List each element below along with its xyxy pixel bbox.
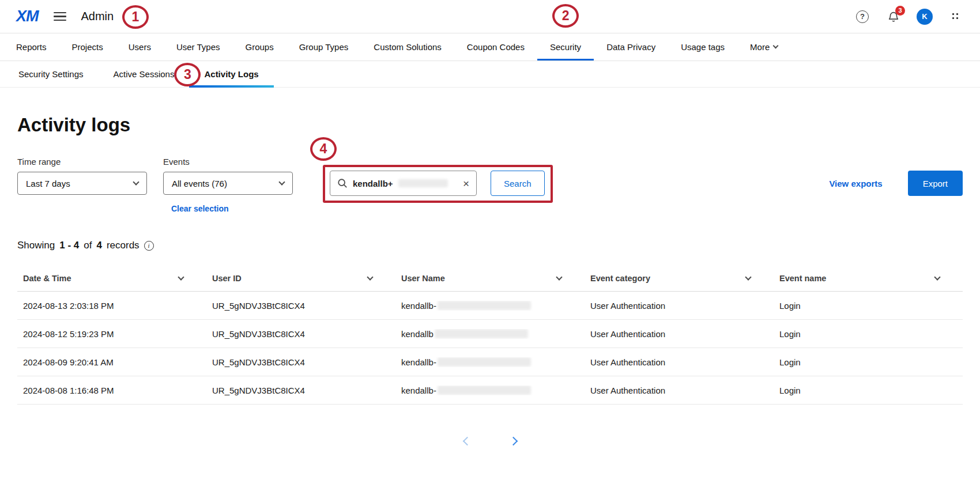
export-actions: View exports Export bbox=[829, 171, 963, 196]
user-name-cell: kendallb bbox=[395, 329, 585, 339]
table-row: 2024-08-09 9:20:41 AM UR_5gNDVJ3BtC8ICX4… bbox=[17, 348, 963, 376]
column-header-date-time: Date & Time bbox=[17, 274, 206, 283]
hamburger-menu-icon[interactable] bbox=[54, 12, 66, 21]
previous-page-button[interactable] bbox=[457, 431, 477, 451]
search-value: kendallb+ bbox=[353, 179, 393, 188]
column-menu-chevron-icon[interactable] bbox=[745, 274, 751, 280]
events-label: Events bbox=[163, 157, 293, 167]
time-range-select[interactable]: Last 7 days bbox=[17, 172, 147, 195]
column-menu-chevron-icon[interactable] bbox=[367, 274, 373, 280]
chevron-down-icon bbox=[773, 43, 779, 49]
page-title: Activity logs bbox=[17, 114, 963, 136]
redacted-text bbox=[438, 301, 531, 310]
annotation-step-2: 2 bbox=[552, 4, 579, 28]
nav-tab-user-types[interactable]: User Types bbox=[164, 33, 233, 61]
column-header-user-name: User Name bbox=[395, 274, 585, 283]
time-range-label: Time range bbox=[17, 157, 147, 167]
next-page-button[interactable] bbox=[503, 431, 523, 451]
chevron-down-icon bbox=[278, 179, 285, 185]
pagination bbox=[17, 431, 963, 474]
column-menu-chevron-icon[interactable] bbox=[178, 274, 184, 280]
topbar-actions: 3 K bbox=[854, 9, 964, 25]
search-icon bbox=[337, 178, 348, 188]
help-icon bbox=[856, 10, 869, 23]
events-select[interactable]: All events (76) bbox=[163, 172, 293, 195]
nav-tab-coupon-codes[interactable]: Coupon Codes bbox=[454, 33, 537, 61]
notifications-button[interactable]: 3 bbox=[885, 9, 902, 25]
subnav-tab-active-sessions[interactable]: Active Sessions 3 bbox=[99, 61, 190, 87]
table-row: 2024-08-13 2:03:18 PM UR_5gNDVJ3BtC8ICX4… bbox=[17, 292, 963, 320]
redacted-text bbox=[438, 386, 531, 395]
redacted-text bbox=[438, 357, 531, 367]
nav-tab-users[interactable]: Users bbox=[116, 33, 164, 61]
notification-badge: 3 bbox=[895, 6, 905, 16]
table-row: 2024-08-12 5:19:23 PM UR_5gNDVJ3BtC8ICX4… bbox=[17, 320, 963, 348]
export-button[interactable]: Export bbox=[908, 171, 963, 196]
column-header-user-id: User ID bbox=[206, 274, 395, 283]
user-name-cell: kendallb- bbox=[395, 357, 585, 367]
app-title: Admin bbox=[81, 10, 114, 23]
nav-tab-reports[interactable]: Reports bbox=[3, 33, 59, 61]
top-bar: XM Admin 1 3 K bbox=[0, 0, 980, 33]
clear-search-icon[interactable] bbox=[463, 178, 469, 189]
grid-apps-icon bbox=[951, 12, 960, 21]
main-content: Activity logs Time range Last 7 days Eve… bbox=[0, 114, 980, 474]
help-button[interactable] bbox=[854, 9, 870, 25]
chevron-right-icon bbox=[508, 436, 518, 445]
nav-tab-security[interactable]: Security 2 bbox=[537, 33, 594, 61]
column-menu-chevron-icon[interactable] bbox=[934, 274, 940, 280]
nav-tab-more[interactable]: More bbox=[737, 33, 790, 61]
search-group: 4 kendallb+ Search bbox=[330, 171, 545, 196]
column-header-event-name: Event name bbox=[774, 274, 963, 283]
chevron-left-icon bbox=[462, 436, 472, 445]
filters-row: Time range Last 7 days Events All events… bbox=[17, 157, 963, 213]
nav-tab-custom-solutions[interactable]: Custom Solutions bbox=[361, 33, 454, 61]
subnav-tab-activity-logs[interactable]: Activity Logs bbox=[189, 61, 273, 87]
nav-tab-data-privacy[interactable]: Data Privacy bbox=[594, 33, 668, 61]
admin-nav: Reports Projects Users User Types Groups… bbox=[0, 33, 980, 61]
redacted-text bbox=[435, 329, 528, 338]
app-switcher-button[interactable] bbox=[948, 9, 964, 25]
search-button[interactable]: Search bbox=[491, 171, 545, 196]
redacted-text bbox=[398, 179, 448, 187]
column-header-event-category: Event category bbox=[585, 274, 774, 283]
nav-tab-group-types[interactable]: Group Types bbox=[287, 33, 361, 61]
clear-selection-link[interactable]: Clear selection bbox=[171, 204, 293, 213]
xm-logo: XM bbox=[16, 7, 39, 25]
view-exports-link[interactable]: View exports bbox=[829, 179, 882, 188]
nav-tab-groups[interactable]: Groups bbox=[232, 33, 286, 61]
annotation-step-4: 4 bbox=[310, 137, 337, 161]
column-menu-chevron-icon[interactable] bbox=[556, 274, 562, 280]
time-range-filter: Time range Last 7 days bbox=[17, 157, 147, 195]
security-subnav: Security Settings Active Sessions 3 Acti… bbox=[0, 61, 980, 88]
activity-search-input[interactable]: kendallb+ bbox=[330, 171, 477, 196]
subnav-tab-security-settings[interactable]: Security Settings bbox=[3, 61, 99, 87]
annotation-step-1: 1 bbox=[122, 5, 149, 29]
user-name-cell: kendallb- bbox=[395, 301, 585, 311]
user-avatar[interactable]: K bbox=[917, 9, 933, 25]
nav-tab-projects[interactable]: Projects bbox=[59, 33, 116, 61]
chevron-down-icon bbox=[133, 179, 139, 185]
info-icon[interactable] bbox=[144, 241, 154, 251]
user-name-cell: kendallb- bbox=[395, 386, 585, 395]
results-summary: Showing 1 - 4 of 4 records bbox=[17, 240, 963, 251]
table-header-row: Date & Time User ID User Name Event cate… bbox=[17, 265, 963, 292]
activity-logs-table: Date & Time User ID User Name Event cate… bbox=[17, 265, 963, 405]
table-row: 2024-08-08 1:16:48 PM UR_5gNDVJ3BtC8ICX4… bbox=[17, 376, 963, 405]
events-filter: Events All events (76) Clear selection bbox=[163, 157, 293, 213]
nav-tab-usage-tags[interactable]: Usage tags bbox=[668, 33, 737, 61]
